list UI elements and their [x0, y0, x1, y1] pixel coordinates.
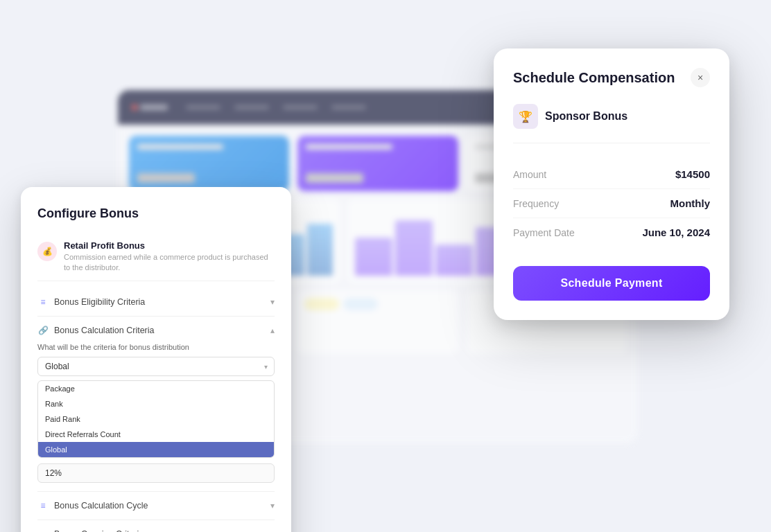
payment-date-label: Payment Date: [513, 227, 575, 238]
calculation-label: Bonus Calculation Criteria: [54, 326, 155, 335]
sponsor-name: Sponsor Bonus: [545, 110, 627, 123]
cycle-section[interactable]: ≡ Bonus Calculation Cycle ▾: [37, 492, 275, 520]
stat-label: [137, 144, 223, 150]
dashboard-logo: [132, 105, 168, 110]
criteria-dropdown-wrapper: Global ▾: [37, 357, 275, 376]
modal-close-button[interactable]: ×: [691, 68, 710, 87]
stat-label: [306, 144, 392, 150]
nav-pill: [283, 105, 318, 109]
dropdown-item-direct-referrals[interactable]: Direct Referrals Count: [38, 427, 274, 442]
cycle-icon: ≡: [37, 500, 49, 511]
eligibility-label: Bonus Eligibility Criteria: [54, 297, 145, 307]
logo-text: [140, 105, 168, 110]
nav-pill: [234, 105, 269, 109]
bottom-card: [297, 291, 458, 353]
capping-icon: ≡: [37, 529, 49, 532]
dropdown-item-package[interactable]: Package: [38, 381, 274, 396]
capping-chevron: ▾: [270, 529, 275, 532]
sponsor-icon: 🏆: [513, 104, 538, 129]
stat-value: [137, 173, 195, 183]
tag: [304, 298, 339, 310]
tag-row: [297, 291, 458, 317]
bonus-type-name: Retail Profit Bonus: [64, 240, 275, 251]
cycle-section-left: ≡ Bonus Calculation Cycle: [37, 500, 148, 511]
dropdown-item-rank[interactable]: Rank: [38, 396, 274, 411]
frequency-value: Monthly: [670, 197, 711, 209]
bar: [435, 245, 473, 276]
amount-row: Amount $14500: [513, 160, 710, 189]
configure-bonus-panel: Configure Bonus 💰 Retail Profit Bonus Co…: [21, 187, 291, 532]
bar: [355, 238, 392, 276]
payment-date-row: Payment Date June 10, 2024: [513, 218, 710, 247]
stat-card: [129, 136, 289, 191]
capping-label: Bonus Capping Criteria: [54, 529, 144, 532]
eligibility-section-left: ≡ Bonus Eligibility Criteria: [37, 296, 145, 308]
calculation-header[interactable]: 🔗 Bonus Calculation Criteria ▴: [37, 317, 275, 343]
amount-value: $14500: [675, 168, 710, 180]
schedule-payment-button[interactable]: Schedule Payment: [513, 266, 710, 301]
stat-card: [297, 136, 458, 191]
logo-dot: [132, 105, 137, 110]
bonus-type-row: 💰 Retail Profit Bonus Commission earned …: [37, 233, 275, 281]
modal-title: Schedule Compensation: [513, 70, 675, 86]
bar: [395, 220, 433, 276]
eligibility-icon: ≡: [37, 296, 49, 308]
stat-value: [306, 173, 363, 183]
dropdown-item-paid-rank[interactable]: Paid Rank: [38, 411, 274, 427]
retail-bonus-icon: 💰: [37, 242, 57, 261]
calculation-section: 🔗 Bonus Calculation Criteria ▴ What will…: [37, 317, 275, 492]
tag: [343, 298, 378, 310]
sponsor-row: 🏆 Sponsor Bonus: [513, 104, 710, 143]
cycle-chevron: ▾: [270, 501, 275, 511]
frequency-row: Frequency Monthly: [513, 189, 710, 218]
payment-date-value: June 10, 2024: [642, 227, 710, 238]
schedule-compensation-modal: Schedule Compensation × 🏆 Sponsor Bonus …: [494, 48, 729, 320]
modal-header: Schedule Compensation ×: [513, 68, 710, 87]
bonus-type-desc: Commission earned while a commerce produ…: [64, 252, 275, 274]
bar: [307, 224, 333, 276]
dropdown-list: Package Rank Paid Rank Direct Referrals …: [37, 380, 275, 458]
calculation-chevron: ▴: [270, 326, 275, 335]
eligibility-chevron: ▾: [270, 297, 275, 307]
percentage-input[interactable]: [37, 463, 275, 483]
amount-label: Amount: [513, 169, 546, 180]
eligibility-section[interactable]: ≡ Bonus Eligibility Criteria ▾: [37, 288, 275, 317]
nav-pill: [186, 105, 220, 109]
capping-section-left: ≡ Bonus Capping Criteria: [37, 529, 144, 532]
nav-pill: [331, 105, 366, 109]
dashboard-nav: [186, 105, 366, 109]
cycle-label: Bonus Calculation Cycle: [54, 501, 148, 511]
criteria-question: What will be the criteria for bonus dist…: [37, 343, 275, 351]
dropdown-item-global[interactable]: Global: [38, 442, 274, 457]
bonus-type-text: Retail Profit Bonus Commission earned wh…: [64, 240, 275, 274]
frequency-label: Frequency: [513, 198, 559, 209]
calculation-section-left: 🔗 Bonus Calculation Criteria: [37, 325, 155, 336]
calculation-icon: 🔗: [37, 325, 49, 336]
criteria-dropdown[interactable]: Global: [37, 357, 275, 376]
configure-bonus-title: Configure Bonus: [37, 206, 275, 221]
capping-section[interactable]: ≡ Bonus Capping Criteria ▾: [37, 520, 275, 532]
